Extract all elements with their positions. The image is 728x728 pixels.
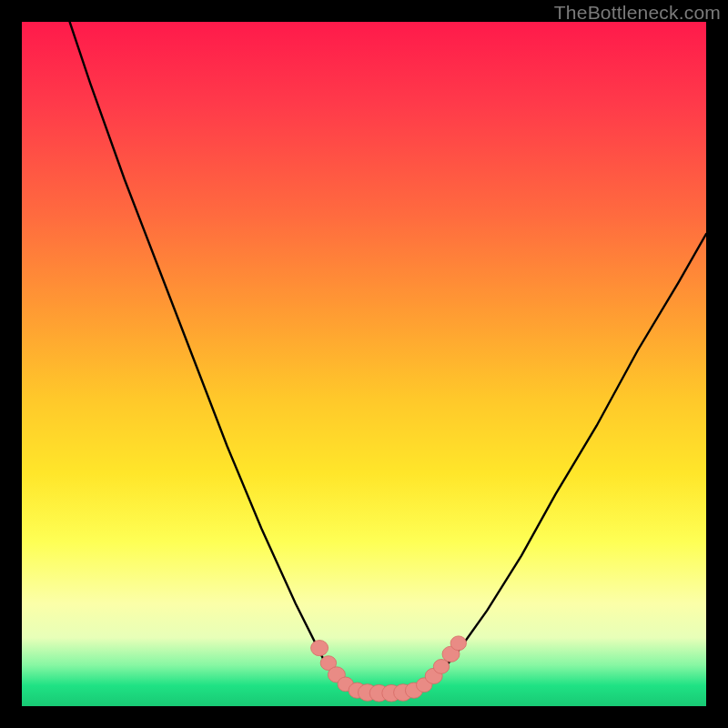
plot-area	[22, 22, 706, 706]
outer-frame: TheBottleneck.com	[0, 0, 728, 728]
chart-overlay	[22, 22, 706, 706]
curve-marker	[450, 636, 466, 651]
watermark-text: TheBottleneck.com	[554, 2, 721, 24]
curve-markers	[311, 636, 467, 702]
bottleneck-curve	[70, 22, 706, 693]
curve-marker	[311, 641, 329, 656]
